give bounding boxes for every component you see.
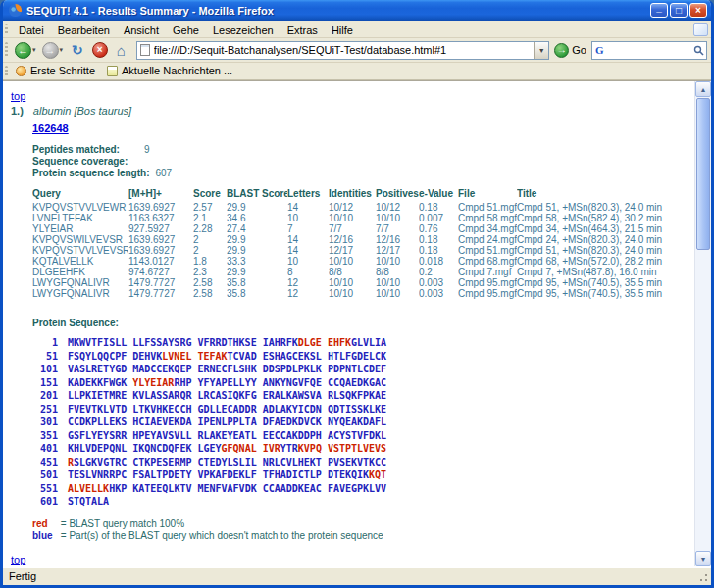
throbber-icon bbox=[693, 23, 708, 36]
status-bar: Fertig bbox=[3, 566, 711, 585]
table-cell: 10/10 bbox=[376, 256, 419, 267]
url-dropdown-button[interactable]: ▼ bbox=[534, 42, 548, 59]
table-cell: 2.1 bbox=[193, 213, 227, 223]
titlebar[interactable]: SEQUiT! 4.1 - Results Summary - Mozilla … bbox=[3, 0, 711, 21]
table-cell: 10/10 bbox=[376, 277, 419, 288]
menu-lesezeichen[interactable]: Lesezeichen bbox=[206, 23, 280, 38]
toolbar-grip[interactable] bbox=[5, 24, 8, 35]
table-cell: 0.18 bbox=[419, 245, 458, 256]
menu-datei[interactable]: Datei bbox=[12, 23, 51, 38]
url-input[interactable]: file:///D:/Sequit-Batchanalysen/SEQUiT-T… bbox=[154, 44, 534, 56]
table-cell: 2.58 bbox=[193, 288, 227, 299]
top-link[interactable]: top bbox=[11, 90, 26, 102]
url-bar[interactable]: file:///D:/Sequit-Batchanalysen/SEQUiT-T… bbox=[136, 41, 549, 60]
back-button[interactable]: ← ▾ bbox=[13, 41, 38, 60]
scroll-down-button[interactable]: ▼ bbox=[695, 551, 711, 566]
column-header: Letters bbox=[287, 188, 329, 202]
table-cell: Cmpd 68, +MSn(572.0), 28.2 min bbox=[517, 256, 692, 267]
sequence-segment: KHLVDEPQNL IKQNCDQFEK LGEY bbox=[68, 443, 222, 454]
forward-dropdown-icon[interactable]: ▾ bbox=[60, 46, 64, 54]
table-cell: 0.18 bbox=[419, 202, 458, 213]
table-cell: 1639.6927 bbox=[128, 202, 193, 213]
table-cell: Cmpd 95.mgf bbox=[458, 288, 517, 299]
table-cell: 33.3 bbox=[227, 256, 287, 267]
table-cell: 1.8 bbox=[193, 256, 227, 267]
menu-ansicht[interactable]: Ansicht bbox=[117, 23, 166, 38]
table-cell: KQTALVELLK bbox=[32, 256, 128, 267]
table-cell: 29.9 bbox=[227, 267, 287, 277]
table-cell: 8/8 bbox=[376, 267, 419, 277]
minimize-button[interactable]: _ bbox=[650, 3, 668, 18]
sequence-line-number: 201 bbox=[32, 389, 58, 403]
table-cell: 0.2 bbox=[419, 267, 458, 277]
sequence-match-segment: YLYEIAR bbox=[132, 377, 174, 388]
sequence-segment: CCDKPLLEKS HCIAEVEKDA IPENLPPLTA DFAEDKD… bbox=[68, 416, 386, 427]
close-button[interactable]: × bbox=[689, 3, 707, 18]
menu-gehe[interactable]: Gehe bbox=[166, 23, 206, 38]
table-cell: 10/12 bbox=[376, 202, 419, 213]
sequence-line: 451RSLGKVGTRC CTKPESERMP CTEDYLSLIL NRLC… bbox=[32, 456, 692, 469]
table-cell: 12/17 bbox=[329, 245, 376, 256]
table-cell: 0.007 bbox=[419, 213, 458, 223]
search-bar[interactable]: G bbox=[591, 41, 707, 60]
query-table-row: LWYGFQNALIVR1479.77272.5835.81210/1010/1… bbox=[32, 288, 692, 299]
table-cell: 2.57 bbox=[193, 202, 227, 213]
table-cell: Cmpd 24, +MSn(820.3), 24.0 min bbox=[517, 234, 692, 245]
back-dropdown-icon[interactable]: ▾ bbox=[32, 46, 36, 54]
sequence-line: 501TESLVNRRPC FSALTPDETY VPKAFDEKLF TFHA… bbox=[32, 468, 692, 482]
table-cell: 10/10 bbox=[329, 213, 376, 223]
reload-button[interactable]: ↻ bbox=[67, 42, 88, 58]
maximize-icon: □ bbox=[676, 6, 682, 16]
scrollbar-thumb[interactable] bbox=[696, 98, 710, 250]
table-cell: 10/10 bbox=[376, 288, 419, 299]
sequence-line: 401KHLVDEPQNL IKQNCDQFEK LGEYGFQNAL IVRY… bbox=[32, 442, 692, 456]
toolbar-grip[interactable] bbox=[5, 66, 8, 77]
status-text: Fertig bbox=[9, 570, 36, 582]
table-cell: 29.9 bbox=[227, 245, 287, 256]
menubar: DateiBearbeitenAnsichtGeheLesezeichenExt… bbox=[3, 21, 711, 38]
bookmark-label: Erste Schritte bbox=[30, 65, 95, 76]
sequence-line: 601STQTALA bbox=[32, 495, 692, 509]
column-header: Query bbox=[32, 188, 128, 202]
bookmark-item[interactable]: Aktuelle Nachrichten ... bbox=[103, 64, 240, 77]
sequence-segment: FVEVTKLVTD LTKVHKECCH GDLLECADDR ADLAKYI… bbox=[68, 404, 386, 415]
toolbar-grip[interactable] bbox=[5, 42, 8, 59]
table-cell: 12/16 bbox=[329, 234, 376, 245]
forward-button[interactable]: → ▾ bbox=[40, 41, 66, 60]
home-button[interactable]: ⌂ bbox=[112, 42, 130, 59]
table-cell: KVPQVSTVVLVEVSR bbox=[32, 245, 128, 256]
maximize-button[interactable]: □ bbox=[670, 3, 688, 18]
scroll-up-button[interactable]: ▲ bbox=[695, 81, 711, 97]
search-icon[interactable] bbox=[693, 45, 704, 56]
navigation-toolbar: ← ▾ → ▾ ↻ × ⌂ file:///D:/Sequit-Batchana… bbox=[3, 38, 711, 63]
resize-grip[interactable] bbox=[696, 570, 709, 583]
table-cell: 12 bbox=[287, 288, 329, 299]
reload-icon: ↻ bbox=[69, 43, 86, 57]
peptides-matched-value: 9 bbox=[144, 144, 150, 155]
table-cell: 7 bbox=[287, 223, 329, 234]
sequence-segment: LLPKIETMRE KVLASSARQR LRCASIQKFG ERALKAW… bbox=[68, 390, 386, 401]
arrow-up-icon: ▲ bbox=[700, 86, 707, 93]
peptides-matched-label: Peptides matched: bbox=[32, 144, 138, 155]
table-cell: 27.4 bbox=[227, 223, 287, 234]
table-cell: Cmpd 95, +MSn(740.5), 35.5 min bbox=[517, 277, 692, 288]
sequence-segment: RHP YFYAPELLYY ANKYNGVFQE CCQAEDKGAC bbox=[174, 377, 386, 388]
accession-link-1[interactable]: 162648 bbox=[32, 122, 69, 134]
stop-button[interactable]: × bbox=[90, 41, 110, 59]
top-link-2[interactable]: top bbox=[11, 554, 26, 565]
table-cell: Cmpd 51, +MSn(820.3), 24.0 min bbox=[517, 245, 692, 256]
sequence-line: 51FSQYLQQCPF DEHVKLVNEL TEFAKTCVAD ESHAG… bbox=[32, 350, 692, 364]
table-cell: 0.003 bbox=[419, 277, 458, 288]
table-cell: 10/10 bbox=[329, 277, 376, 288]
vertical-scrollbar[interactable]: ▲ ▼ bbox=[694, 81, 711, 566]
menu-items: DateiBearbeitenAnsichtGeheLesezeichenExt… bbox=[12, 21, 360, 38]
sequence-segment: STQTALA bbox=[68, 496, 109, 507]
table-cell: 927.5927 bbox=[128, 223, 193, 234]
menu-bearbeiten[interactable]: Bearbeiten bbox=[51, 23, 117, 38]
go-button[interactable]: → Go bbox=[554, 43, 586, 58]
menu-extras[interactable]: Extras bbox=[280, 23, 325, 38]
table-cell: 34.6 bbox=[227, 213, 287, 223]
menu-hilfe[interactable]: Hilfe bbox=[325, 23, 360, 38]
bookmark-item[interactable]: Erste Schritte bbox=[12, 64, 103, 77]
sequence-segment: HKP KATEEQLKTV MENFVAFVDK CCAADDKEAC FAV… bbox=[109, 483, 386, 494]
